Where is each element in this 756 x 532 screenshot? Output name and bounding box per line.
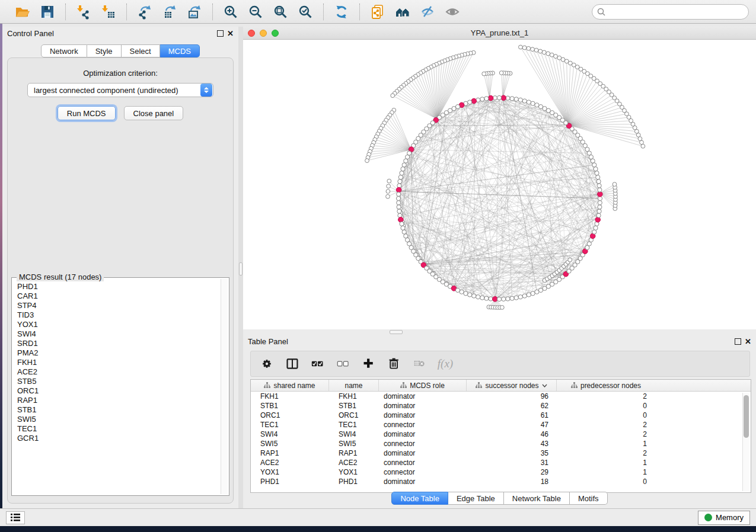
- cell: 2: [557, 430, 655, 439]
- cell: 29: [467, 467, 557, 477]
- network-canvas[interactable]: [243, 40, 756, 329]
- network-overview-button[interactable]: [393, 3, 412, 21]
- result-node-item[interactable]: GCR1: [17, 434, 216, 443]
- application-window: Control Panel ✕ NetworkStyleSelectMCDS O…: [0, 0, 756, 532]
- cell: PHD1: [329, 477, 379, 486]
- table-row[interactable]: RAP1RAP1dominator352: [251, 448, 742, 458]
- cell: 43: [467, 439, 557, 448]
- column-header-shared-name[interactable]: shared name: [251, 380, 329, 391]
- result-node-item[interactable]: TEC1: [17, 424, 216, 434]
- result-node-item[interactable]: ORC1: [17, 386, 216, 396]
- result-node-item[interactable]: STB5: [17, 377, 216, 386]
- settings-gear-button[interactable]: [259, 356, 275, 371]
- unselect-all-button[interactable]: [336, 356, 351, 371]
- hide-glyph-button[interactable]: [418, 3, 437, 21]
- table-row[interactable]: SWI5SWI5connector431: [251, 439, 742, 448]
- sort-descending-icon: [542, 384, 547, 387]
- result-node-item[interactable]: ACE2: [17, 367, 216, 377]
- zoom-fit-button[interactable]: [271, 3, 290, 21]
- zoom-in-button[interactable]: [221, 3, 240, 21]
- table-row[interactable]: ACE2ACE2connector311: [251, 458, 742, 467]
- table-row[interactable]: PHD1PHD1dominator180: [251, 477, 742, 486]
- tab-select[interactable]: Select: [122, 44, 160, 57]
- zoom-out-button[interactable]: [246, 3, 265, 21]
- vertical-splitter[interactable]: [238, 27, 243, 508]
- splitter-grip-icon[interactable]: [390, 330, 403, 334]
- result-node-item[interactable]: SWI5: [17, 415, 216, 424]
- table-row[interactable]: STB1STB1dominator620: [251, 401, 742, 411]
- close-window-icon[interactable]: [248, 30, 255, 37]
- search-input[interactable]: [608, 7, 744, 16]
- tab-motifs[interactable]: Motifs: [570, 492, 608, 505]
- close-panel-button[interactable]: Close panel: [124, 106, 184, 120]
- search-box[interactable]: [592, 4, 749, 20]
- export-image-button[interactable]: [185, 3, 204, 21]
- result-node-item[interactable]: CAR1: [17, 291, 216, 301]
- float-panel-icon[interactable]: [735, 338, 741, 345]
- table-row[interactable]: FKH1FKH1dominator962: [251, 392, 742, 401]
- save-session-button[interactable]: [38, 3, 57, 21]
- column-header-name[interactable]: name: [329, 380, 379, 391]
- panel-menu-button[interactable]: [6, 511, 25, 524]
- result-node-item[interactable]: RAP1: [17, 396, 216, 405]
- tab-mcds[interactable]: MCDS: [160, 44, 200, 57]
- table-row[interactable]: TEC1TEC1connector472: [251, 420, 742, 430]
- refresh-layout-button[interactable]: [332, 3, 351, 21]
- cell: 1: [557, 439, 655, 448]
- show-glyph-button[interactable]: [443, 3, 462, 21]
- criterion-select[interactable]: largest connected component (undirected): [27, 83, 213, 97]
- export-network-button[interactable]: [135, 3, 154, 21]
- result-scrollbar[interactable]: [221, 279, 228, 494]
- result-node-item[interactable]: SWI4: [17, 329, 216, 339]
- minimize-window-icon[interactable]: [260, 30, 267, 37]
- cell: [655, 458, 742, 467]
- result-node-item[interactable]: TID3: [17, 310, 216, 320]
- open-file-button[interactable]: [13, 3, 32, 21]
- column-header-predecessor-nodes[interactable]: predecessor nodes: [557, 380, 655, 391]
- run-mcds-button[interactable]: Run MCDS: [58, 106, 116, 120]
- import-table-button[interactable]: [99, 3, 118, 21]
- result-node-item[interactable]: FKH1: [17, 358, 216, 367]
- memory-button[interactable]: Memory: [698, 511, 750, 525]
- import-network-button[interactable]: [74, 3, 93, 21]
- result-node-item[interactable]: STP4: [17, 301, 216, 310]
- maximize-window-icon[interactable]: [272, 30, 279, 37]
- delete-column-button[interactable]: [387, 356, 402, 371]
- main-toolbar: [0, 0, 756, 24]
- result-node-item[interactable]: SRD1: [17, 339, 216, 348]
- result-node-item[interactable]: YOX1: [17, 320, 216, 329]
- cell: 47: [467, 420, 557, 430]
- cell: connector: [379, 420, 467, 430]
- control-tabs: NetworkStyleSelectMCDS: [2, 44, 238, 57]
- table-scrollbar[interactable]: [742, 393, 749, 491]
- add-column-button[interactable]: [361, 356, 377, 371]
- table-row[interactable]: YOX1YOX1connector291: [251, 467, 742, 477]
- select-all-button[interactable]: [310, 356, 326, 371]
- choose-columns-button[interactable]: [285, 356, 300, 371]
- control-panel-title: Control Panel: [7, 29, 213, 38]
- tab-style[interactable]: Style: [87, 44, 122, 57]
- scrollbar-thumb[interactable]: [744, 395, 749, 438]
- horizontal-splitter[interactable]: [243, 329, 756, 335]
- float-panel-icon[interactable]: [217, 30, 224, 37]
- column-header-successor-nodes[interactable]: successor nodes: [467, 380, 557, 391]
- column-header-MCDS-role[interactable]: MCDS role: [379, 380, 467, 391]
- delete-table-button: [412, 356, 428, 371]
- tab-network-table[interactable]: Network Table: [504, 492, 570, 505]
- control-panel-titlebar: Control Panel ✕: [2, 27, 238, 40]
- close-panel-icon[interactable]: ✕: [227, 30, 234, 37]
- result-node-item[interactable]: PHD1: [17, 282, 216, 291]
- result-node-item[interactable]: STB1: [17, 405, 216, 415]
- cell: connector: [379, 439, 467, 448]
- mcds-files-button[interactable]: [368, 3, 387, 21]
- close-panel-icon[interactable]: ✕: [745, 338, 751, 345]
- tab-node-table[interactable]: Node Table: [391, 492, 448, 505]
- splitter-grip-icon[interactable]: [239, 262, 243, 275]
- tab-edge-table[interactable]: Edge Table: [448, 492, 504, 505]
- tab-network[interactable]: Network: [41, 44, 87, 57]
- result-node-item[interactable]: PMA2: [17, 348, 216, 358]
- table-row[interactable]: SWI4SWI4dominator462: [251, 430, 742, 439]
- export-table-button[interactable]: [160, 3, 179, 21]
- zoom-selected-button[interactable]: [296, 3, 315, 21]
- table-row[interactable]: ORC1ORC1dominator610: [251, 411, 742, 420]
